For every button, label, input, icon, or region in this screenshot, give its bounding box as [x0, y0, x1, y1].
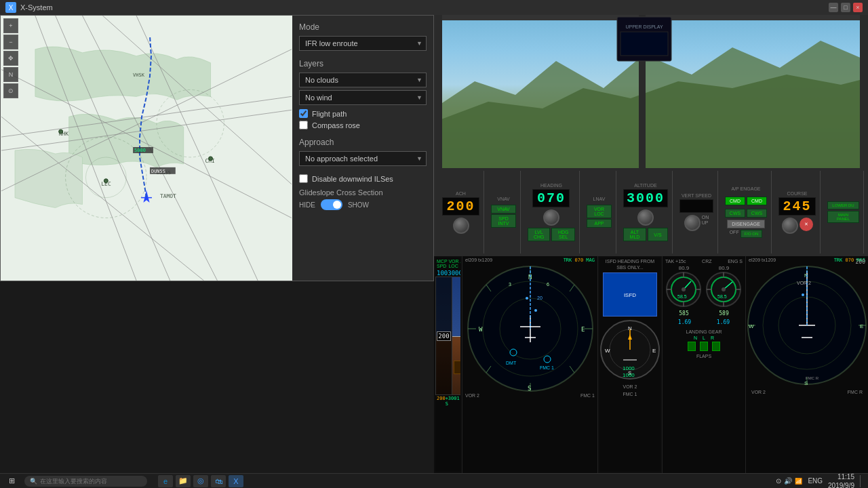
wind-select-wrapper: No wind — [299, 90, 427, 105]
main-panel-btn[interactable]: MAIN PANEL — [827, 211, 859, 223]
mcp-speed: VNAV VNAV SPD INTV — [487, 171, 521, 253]
zoom-in-btn[interactable]: + — [3, 18, 18, 33]
disable-ils-checkbox[interactable] — [299, 174, 308, 183]
svg-text:W: W — [479, 326, 483, 333]
minimize-button[interactable]: — — [829, 3, 838, 12]
center-btn[interactable]: ⊙ — [3, 83, 18, 98]
north-btn[interactable]: N — [3, 67, 18, 82]
maximize-button[interactable]: □ — [841, 3, 850, 12]
ach-label: ACH — [456, 191, 466, 196]
app-btn[interactable]: APP — [587, 219, 612, 228]
svg-point-105 — [104, 179, 108, 183]
spd-intv-btn[interactable]: SPD INTV — [491, 214, 516, 228]
mode-section: Mode IFR low enroute — [299, 22, 427, 51]
mcp-bar: ACH 200 VNAV VNAV SPD INTV HEADING — [434, 168, 868, 256]
disable-ils-row: Disable downwind ILSes — [299, 174, 427, 183]
disable-ils-label: Disable downwind ILSes — [312, 175, 393, 183]
compass-rose-checkbox[interactable] — [299, 121, 308, 129]
taskbar-app-xsystem[interactable]: X — [229, 475, 243, 487]
up-label: UP — [702, 220, 709, 225]
nd-right-vor: VOR 2 — [751, 390, 766, 394]
taskbar-apps: e 📁 ◎ 🛍 X — [158, 475, 243, 487]
ach-knob[interactable] — [453, 218, 469, 234]
svg-text:3: 3 — [509, 282, 511, 287]
lower-du-btn[interactable]: LOWER DU — [827, 201, 859, 209]
wind-select[interactable]: No wind — [299, 90, 427, 105]
app-titlebar: X X-System — □ × — [0, 0, 868, 15]
map-canvas[interactable]: + − ✥ N ⊙ — [1, 16, 292, 281]
altitude-label: ALTITUDE — [634, 183, 656, 188]
search-input[interactable] — [40, 478, 142, 485]
mcp-right-btns: LOWER DU MAIN PANEL — [823, 171, 864, 253]
nd-bottom-right: FMC 1 — [580, 393, 595, 398]
fo-btn[interactable]: F/O ON — [741, 230, 763, 238]
spd-right-top: 200 — [856, 259, 865, 265]
svg-text:S: S — [528, 385, 531, 392]
mode-select[interactable]: IFR low enroute — [299, 36, 427, 51]
approach-select-wrapper: No approach selected — [299, 151, 427, 166]
cws-btn-right[interactable]: CWS — [747, 209, 767, 218]
altitude-knob[interactable] — [637, 209, 654, 226]
eng2-n1: 589 — [705, 310, 743, 317]
eng2-label: 80.9 — [705, 265, 743, 271]
flight-path-checkbox[interactable] — [299, 109, 308, 118]
ap-label: A/P ENGAGE — [731, 186, 760, 191]
cws-btn-left[interactable]: CWS — [725, 209, 745, 218]
svg-text:N: N — [804, 272, 808, 279]
taskbar-app-ie[interactable]: e — [158, 475, 173, 487]
volume-icon: 🔊 — [784, 477, 792, 485]
nd-right-fmc: FMC R — [848, 390, 863, 394]
svg-text:58.5: 58.5 — [677, 294, 687, 299]
cmd-btn-right[interactable]: CMD — [747, 197, 767, 205]
approach-section: Approach No approach selected — [299, 138, 427, 166]
tak-label: TAK +15c — [665, 259, 686, 264]
heading-knob[interactable] — [543, 209, 559, 226]
disconnect-btn[interactable]: ✕ — [800, 218, 813, 231]
pfd-speed-value: 100 — [437, 270, 448, 277]
disengage-btn[interactable]: DISENGAGE — [727, 220, 765, 228]
mcp-heading: HEADING 070 LVL CHG HDG SEL — [524, 171, 580, 253]
cmd-btn-left[interactable]: CMD — [725, 197, 745, 205]
fmc1-panel-label: FMC 1 — [599, 390, 660, 398]
time-display: 11:15 — [828, 472, 854, 481]
close-button[interactable]: × — [853, 3, 863, 12]
svg-point-55 — [682, 287, 686, 291]
clouds-select[interactable]: No clouds — [299, 73, 427, 87]
taskbar-app-edge[interactable]: ◎ — [193, 475, 208, 487]
lvl-chg-btn[interactable]: LVL CHG — [528, 228, 550, 241]
windows-button[interactable]: ⊞ — [5, 475, 18, 487]
taskbar-search-box[interactable]: 🔍 — [24, 476, 147, 487]
lnav-label: LNAV — [593, 197, 606, 201]
taskbar-tray: ⊙ 🔊 📶 ENG 11:15 2019/9/9 — [776, 472, 868, 489]
taskbar: ⊞ 🔍 e 📁 ◎ 🛍 X ⊙ 🔊 📶 ENG 11:15 2019/9/9 — [0, 473, 868, 488]
glideslope-toggle[interactable] — [321, 199, 342, 210]
approach-label: Approach — [299, 138, 427, 147]
layers-label: Layers — [299, 59, 427, 68]
approach-select[interactable]: No approach selected — [299, 151, 427, 166]
vertspeed-knob[interactable] — [684, 215, 701, 231]
pan-btn[interactable]: ✥ — [3, 51, 18, 66]
mcp-vertspeed: VERT SPEED ON UP — [675, 171, 718, 253]
taskbar-app-store[interactable]: 🛍 — [211, 475, 226, 487]
ach-display: 200 — [442, 197, 479, 216]
course-knob[interactable] — [782, 218, 798, 234]
mode-select-wrapper: IFR low enroute — [299, 36, 427, 51]
hdg-sel-btn[interactable]: HDG SEL — [551, 228, 575, 241]
vs-btn[interactable]: V/S — [648, 228, 668, 241]
vnav-label: VNAV — [497, 197, 510, 201]
svg-text:DUN5S: DUN5S — [151, 169, 165, 174]
mcp-altitude: ALTITUDE 3000 ALT MLD V/S — [619, 171, 673, 253]
on-label: ON — [702, 215, 709, 220]
heading-display: 070 — [532, 189, 570, 207]
zoom-out-btn[interactable]: − — [3, 35, 18, 49]
altitude-display: 3000 — [623, 189, 668, 207]
gear-n-indicator — [688, 342, 696, 351]
taskbar-app-folder[interactable]: 📁 — [176, 475, 191, 487]
vnav-btn[interactable]: VNAV — [491, 205, 516, 214]
show-desktop-btn[interactable] — [860, 475, 863, 487]
vor-loc-btn[interactable]: VOR LOC — [587, 205, 612, 218]
taskbar-start: ⊞ 🔍 — [0, 475, 153, 487]
svg-point-106 — [209, 157, 213, 161]
alt-mld-btn[interactable]: ALT MLD — [623, 228, 646, 241]
svg-text:20: 20 — [537, 296, 542, 300]
